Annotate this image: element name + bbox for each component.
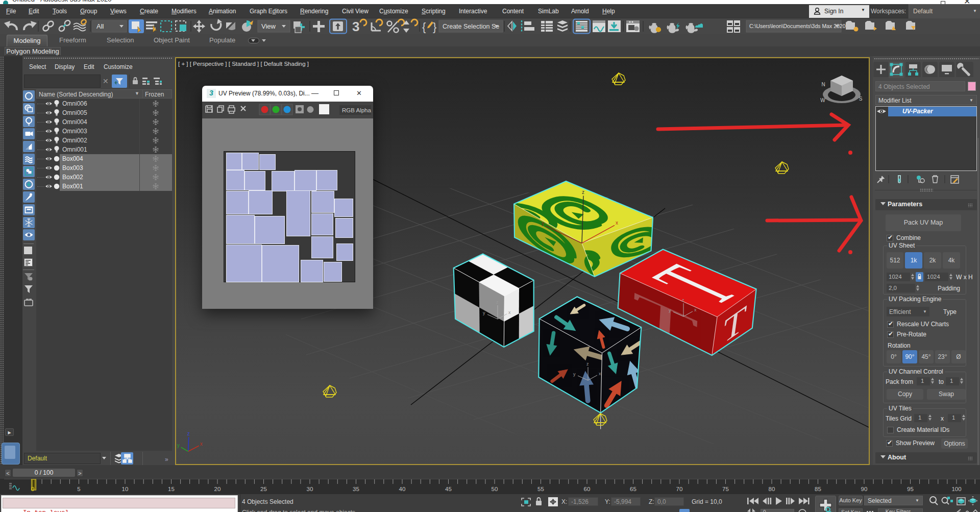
svg-text:z: z [496,300,499,305]
svg-text:5: 5 [77,486,80,492]
svg-text:z: z [582,189,584,195]
svg-text:x: x [599,371,601,376]
svg-text:x: x [200,441,203,447]
svg-text:x: x [508,310,511,315]
svg-text:y: y [483,310,485,315]
svg-text:y: y [177,443,180,448]
svg-text:W: W [820,97,825,103]
svg-text:N: N [821,82,825,87]
svg-text:50: 50 [492,486,498,492]
svg-text:65: 65 [630,486,636,492]
svg-text:y: y [669,308,671,313]
svg-text:55: 55 [537,486,544,492]
svg-text:60: 60 [584,486,591,492]
svg-text:RGB Alpha: RGB Alpha [342,107,371,113]
svg-text:x: x [694,307,697,312]
svg-text:10: 10 [122,486,129,492]
svg-text:All: All [96,22,104,30]
svg-text:View: View [261,22,276,30]
svg-text:z: z [682,298,684,303]
svg-text:30: 30 [307,486,313,492]
svg-text:z: z [187,431,190,436]
svg-text:C:\Users\leon\Documents\3ds Ma: C:\Users\leon\Documents\3ds Max 2020 [749,23,846,29]
svg-text:{: { [422,20,426,33]
svg-text:80: 80 [769,486,775,492]
svg-text:[ + ] [ Perspective ] [ Standa: [ + ] [ Perspective ] [ Standard ] [ Def… [178,61,309,67]
svg-text:40: 40 [399,486,406,492]
svg-text:95: 95 [907,486,914,492]
svg-text:75: 75 [722,486,729,492]
svg-text:y: y [573,372,576,377]
svg-text:85: 85 [815,486,821,492]
svg-text:Create Selection Se: Create Selection Se [443,23,499,30]
svg-text:25: 25 [260,486,267,492]
svg-text:z: z [586,361,589,367]
svg-text:S: S [859,96,863,102]
svg-text:0: 0 [31,486,34,492]
svg-text:y: y [542,221,544,226]
svg-text:15: 15 [168,486,175,492]
svg-text:100: 100 [951,486,961,492]
svg-text:x: x [616,220,618,226]
svg-text:}: } [433,20,436,33]
svg-text:45: 45 [445,486,452,492]
svg-text:3: 3 [352,19,359,34]
svg-text:90: 90 [861,486,868,492]
svg-text:35: 35 [353,486,359,492]
svg-text:20: 20 [214,486,221,492]
svg-text:70: 70 [676,486,683,492]
